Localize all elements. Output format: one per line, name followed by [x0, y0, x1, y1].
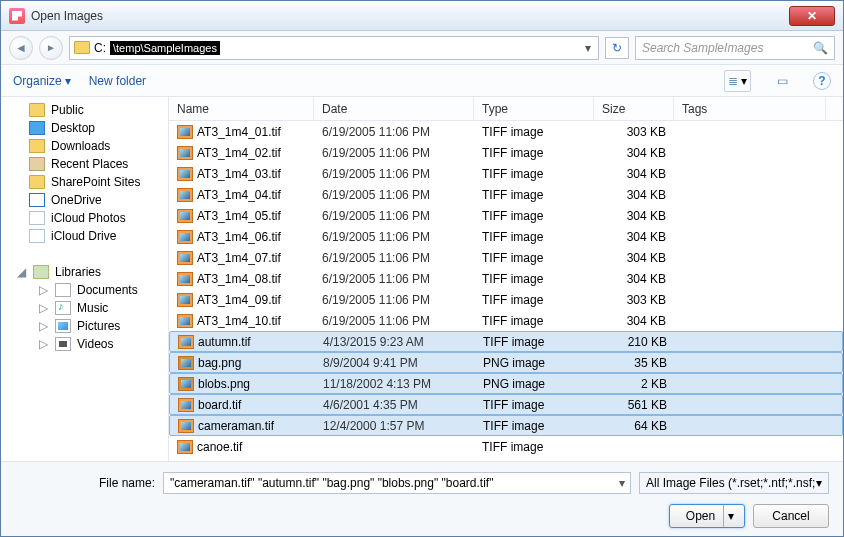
file-row[interactable]: autumn.tif4/13/2015 9:23 AMTIFF image210… — [169, 331, 843, 352]
sidebar-tree[interactable]: PublicDesktopDownloadsRecent PlacesShare… — [1, 97, 169, 461]
file-date: 4/13/2015 9:23 AM — [315, 335, 475, 349]
file-size: 304 KB — [594, 314, 674, 328]
help-button[interactable]: ? — [813, 72, 831, 90]
folder-icon — [29, 229, 45, 243]
sidebar-item[interactable]: iCloud Photos — [9, 209, 168, 227]
expand-icon[interactable]: ▷ — [39, 337, 49, 351]
file-date: 11/18/2002 4:13 PM — [315, 377, 475, 391]
file-type: TIFF image — [474, 167, 594, 181]
organize-button[interactable]: Organize ▾ — [13, 74, 71, 88]
address-path-prefix: C: — [94, 41, 106, 55]
column-size[interactable]: Size — [594, 97, 674, 120]
folder-icon — [29, 139, 45, 153]
new-folder-button[interactable]: New folder — [89, 74, 146, 88]
open-button[interactable]: Open ▾ — [669, 504, 745, 528]
file-type: TIFF image — [475, 335, 595, 349]
file-area: Name Date Type Size Tags AT3_1m4_01.tif6… — [169, 97, 843, 461]
file-row[interactable]: AT3_1m4_07.tif6/19/2005 11:06 PMTIFF ima… — [169, 247, 843, 268]
open-split-dropdown[interactable]: ▾ — [723, 505, 738, 527]
sidebar-item[interactable]: OneDrive — [9, 191, 168, 209]
expand-icon[interactable]: ▷ — [39, 319, 49, 333]
file-type: TIFF image — [474, 314, 594, 328]
column-tags[interactable]: Tags — [674, 97, 826, 120]
file-row[interactable]: AT3_1m4_10.tif6/19/2005 11:06 PMTIFF ima… — [169, 310, 843, 331]
filename-dropdown-icon[interactable]: ▾ — [614, 476, 630, 490]
file-name: AT3_1m4_02.tif — [197, 146, 281, 160]
column-type[interactable]: Type — [474, 97, 594, 120]
sidebar-item[interactable]: Recent Places — [9, 155, 168, 173]
file-row[interactable]: blobs.png11/18/2002 4:13 PMPNG image2 KB — [169, 373, 843, 394]
libraries-node[interactable]: ◢ Libraries — [9, 263, 168, 281]
folder-icon — [74, 41, 90, 54]
file-date: 6/19/2005 11:06 PM — [314, 146, 474, 160]
file-size: 304 KB — [594, 167, 674, 181]
filename-label: File name: — [15, 476, 155, 490]
sidebar-item[interactable]: SharePoint Sites — [9, 173, 168, 191]
sidebar-item[interactable]: Downloads — [9, 137, 168, 155]
file-row[interactable]: AT3_1m4_08.tif6/19/2005 11:06 PMTIFF ima… — [169, 268, 843, 289]
image-file-icon — [178, 398, 194, 412]
column-date[interactable]: Date — [314, 97, 474, 120]
file-size: 304 KB — [594, 188, 674, 202]
file-size: 304 KB — [594, 272, 674, 286]
file-name: AT3_1m4_05.tif — [197, 209, 281, 223]
sidebar-item[interactable]: ▷Documents — [9, 281, 168, 299]
sidebar-item[interactable]: ▷Pictures — [9, 317, 168, 335]
file-row[interactable]: AT3_1m4_09.tif6/19/2005 11:06 PMTIFF ima… — [169, 289, 843, 310]
close-button[interactable]: ✕ — [789, 6, 835, 26]
sidebar-item-label: Documents — [77, 283, 138, 297]
folder-icon — [29, 121, 45, 135]
file-row[interactable]: AT3_1m4_06.tif6/19/2005 11:06 PMTIFF ima… — [169, 226, 843, 247]
file-row[interactable]: bag.png8/9/2004 9:41 PMPNG image35 KB — [169, 352, 843, 373]
file-size: 304 KB — [594, 146, 674, 160]
sidebar-item-label: iCloud Drive — [51, 229, 116, 243]
file-name: blobs.png — [198, 377, 250, 391]
file-row[interactable]: AT3_1m4_05.tif6/19/2005 11:06 PMTIFF ima… — [169, 205, 843, 226]
file-size: 303 KB — [594, 293, 674, 307]
file-date: 6/19/2005 11:06 PM — [314, 188, 474, 202]
search-input[interactable]: Search SampleImages 🔍 — [635, 36, 835, 60]
address-bar[interactable]: C:\temp\SampleImages ▾ — [69, 36, 599, 60]
file-row[interactable]: AT3_1m4_03.tif6/19/2005 11:06 PMTIFF ima… — [169, 163, 843, 184]
file-type: PNG image — [475, 356, 595, 370]
file-type: TIFF image — [474, 230, 594, 244]
cancel-button[interactable]: Cancel — [753, 504, 829, 528]
sidebar-item[interactable]: iCloud Drive — [9, 227, 168, 245]
file-list[interactable]: AT3_1m4_01.tif6/19/2005 11:06 PMTIFF ima… — [169, 121, 843, 461]
title-bar: Open Images ✕ — [1, 1, 843, 31]
sidebar-item[interactable]: Public — [9, 101, 168, 119]
back-button[interactable]: ◄ — [9, 36, 33, 60]
file-type: TIFF image — [475, 419, 595, 433]
address-dropdown-icon[interactable]: ▾ — [582, 41, 594, 55]
folder-icon — [29, 157, 45, 171]
sidebar-item[interactable]: ▷Music — [9, 299, 168, 317]
file-date: 6/19/2005 11:06 PM — [314, 314, 474, 328]
libraries-label: Libraries — [55, 265, 101, 279]
window-title: Open Images — [31, 9, 789, 23]
file-filter-dropdown[interactable]: All Image Files (*.rset;*.ntf;*.nsf; ▾ — [639, 472, 829, 494]
sidebar-item[interactable]: Desktop — [9, 119, 168, 137]
expand-icon[interactable]: ▷ — [39, 301, 49, 315]
filename-input[interactable]: ▾ — [163, 472, 631, 494]
file-date: 6/19/2005 11:06 PM — [314, 125, 474, 139]
sidebar-item-label: SharePoint Sites — [51, 175, 140, 189]
file-row[interactable]: board.tif4/6/2001 4:35 PMTIFF image561 K… — [169, 394, 843, 415]
forward-button[interactable]: ► — [39, 36, 63, 60]
file-date: 6/19/2005 11:06 PM — [314, 293, 474, 307]
expand-icon[interactable]: ◢ — [17, 265, 27, 279]
toolbar: Organize ▾ New folder ≣ ▾ ▭ ? — [1, 65, 843, 97]
file-row[interactable]: canoe.tifTIFF image — [169, 436, 843, 457]
file-row[interactable]: AT3_1m4_04.tif6/19/2005 11:06 PMTIFF ima… — [169, 184, 843, 205]
file-row[interactable]: cameraman.tif12/4/2000 1:57 PMTIFF image… — [169, 415, 843, 436]
sidebar-item[interactable]: ▷Videos — [9, 335, 168, 353]
expand-icon[interactable]: ▷ — [39, 283, 49, 297]
chevron-down-icon: ▾ — [65, 74, 71, 88]
file-type: PNG image — [475, 377, 595, 391]
column-name[interactable]: Name — [169, 97, 314, 120]
filename-field[interactable] — [164, 474, 614, 492]
refresh-button[interactable]: ↻ — [605, 37, 629, 59]
file-row[interactable]: AT3_1m4_02.tif6/19/2005 11:06 PMTIFF ima… — [169, 142, 843, 163]
file-row[interactable]: AT3_1m4_01.tif6/19/2005 11:06 PMTIFF ima… — [169, 121, 843, 142]
view-options-button[interactable]: ≣ ▾ — [724, 70, 751, 92]
preview-pane-button[interactable]: ▭ — [769, 70, 795, 92]
